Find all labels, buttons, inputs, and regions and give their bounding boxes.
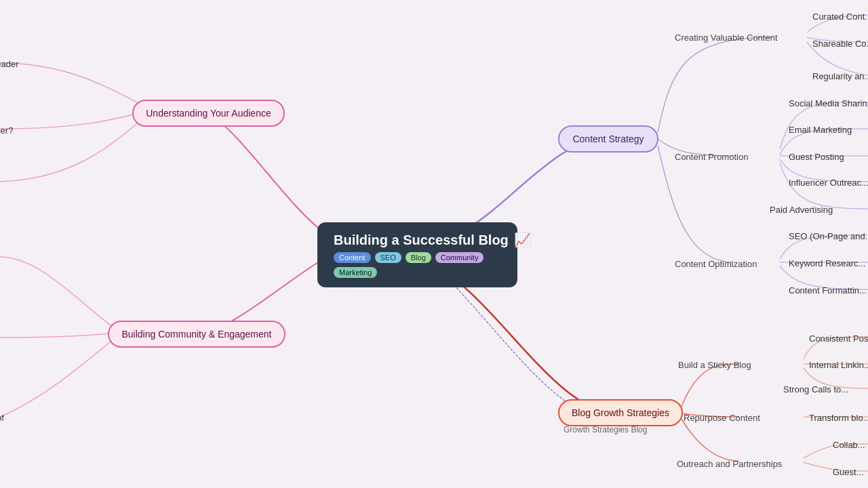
leaf-collab: Collab... bbox=[827, 437, 868, 453]
leaf-email: Email Marketing bbox=[783, 122, 857, 138]
optimization-text: Content Optimization bbox=[675, 259, 757, 269]
tag-seo: SEO bbox=[375, 252, 401, 263]
leaf-curated: Curated Cont... bbox=[807, 9, 868, 24]
sticky-text: Build a Sticky Blog bbox=[678, 360, 751, 370]
community-label: Building Community & Engagement bbox=[121, 329, 271, 340]
content-strategy-node[interactable]: Content Strategy bbox=[558, 125, 658, 152]
internal-linking-text: Internal Linkin... bbox=[809, 360, 868, 370]
ideal-reader-text: Identify Your Ideal Reader bbox=[0, 59, 19, 69]
promotion-text: Content Promotion bbox=[675, 152, 748, 162]
email-text: Email Marketing bbox=[789, 125, 852, 135]
shareable-text: Shareable Co... bbox=[812, 39, 868, 49]
central-icon: 📈 bbox=[514, 232, 531, 248]
leaf-paid-ads: Paid Advertising bbox=[764, 202, 838, 218]
leaf-influencer: Influencer Outreac... bbox=[783, 175, 868, 190]
leaf-guest: Guest... bbox=[827, 464, 868, 480]
central-title: Building a Successful Blog 📈 bbox=[334, 232, 531, 248]
leaf-seo: SEO (On-Page and... bbox=[783, 228, 868, 244]
regularity-text: Regularity an... bbox=[812, 71, 868, 81]
gather-text: Where Do They Gather? bbox=[0, 125, 13, 136]
leaf-transform: Transform blo... bbox=[804, 410, 868, 426]
strong-calls-text: Strong Calls to... bbox=[783, 384, 848, 394]
leaf-social-proof: Leverage Social Proof bbox=[0, 410, 9, 426]
community-node[interactable]: Building Community & Engagement bbox=[108, 321, 285, 348]
leaf-ideal-reader: Identify Your Ideal Reader bbox=[0, 56, 24, 72]
formatting-text: Content Formattin... bbox=[789, 285, 867, 296]
seo-text: SEO (On-Page and... bbox=[789, 231, 868, 241]
leaf-strong-calls: Strong Calls to... bbox=[778, 382, 854, 397]
leaf-keyword: Keyword Researc... bbox=[783, 256, 868, 271]
sub-sticky: Build a Sticky Blog bbox=[678, 357, 751, 373]
tag-blog: Blog bbox=[406, 252, 431, 263]
consistent-text: Consistent Pos... bbox=[809, 333, 868, 344]
audience-label: Understanding Your Audience bbox=[146, 108, 271, 119]
sub-promotion: Content Promotion bbox=[675, 149, 748, 165]
transform-text: Transform blo... bbox=[809, 413, 868, 423]
growth-blog-extra: Growth Strategies Blog bbox=[558, 422, 652, 437]
leaf-regularity: Regularity an... bbox=[807, 68, 868, 84]
repurpose-text: Repurpose Content bbox=[684, 413, 760, 423]
social-proof-text: Leverage Social Proof bbox=[0, 413, 4, 423]
guest-text: Guest... bbox=[833, 467, 864, 477]
paid-ads-text: Paid Advertising bbox=[770, 205, 833, 215]
sub-optimization: Content Optimization bbox=[675, 256, 757, 272]
central-tags: Content SEO Blog Community Marketing bbox=[334, 252, 501, 278]
collab-text: Collab... bbox=[833, 440, 865, 450]
leaf-consistent: Consistent Pos... bbox=[804, 331, 868, 346]
outreach-text: Outreach and Partnerships bbox=[677, 459, 782, 469]
sub-repurpose: Repurpose Content bbox=[684, 410, 760, 426]
leaf-gather: Where Do They Gather? bbox=[0, 123, 18, 138]
leaf-social-sharing: Social Media Sharin... bbox=[783, 96, 868, 111]
sub-outreach: Outreach and Partnerships bbox=[677, 456, 782, 472]
sub-creating: Creating Valuable Content bbox=[675, 30, 778, 45]
creating-text: Creating Valuable Content bbox=[675, 33, 778, 43]
tag-marketing: Marketing bbox=[334, 267, 377, 278]
audience-node[interactable]: Understanding Your Audience bbox=[132, 100, 285, 127]
leaf-guest-posting: Guest Posting bbox=[783, 149, 850, 165]
tag-community: Community bbox=[435, 252, 484, 263]
growth-blog-text: Growth Strategies Blog bbox=[564, 425, 647, 434]
tag-content: Content bbox=[334, 252, 371, 263]
keyword-text: Keyword Researc... bbox=[789, 258, 865, 268]
central-node: Building a Successful Blog 📈 Content SEO… bbox=[317, 222, 517, 287]
influencer-text: Influencer Outreac... bbox=[789, 178, 868, 188]
leaf-internal-linking: Internal Linkin... bbox=[804, 357, 868, 373]
content-strategy-label: Content Strategy bbox=[572, 134, 644, 144]
leaf-formatting: Content Formattin... bbox=[783, 283, 868, 298]
central-title-text: Building a Successful Blog bbox=[334, 232, 509, 248]
guest-posting-text: Guest Posting bbox=[789, 152, 844, 162]
blog-growth-label: Blog Growth Strategies bbox=[572, 407, 669, 418]
social-sharing-text: Social Media Sharin... bbox=[789, 98, 868, 108]
curated-text: Curated Cont... bbox=[812, 12, 868, 22]
leaf-shareable: Shareable Co... bbox=[807, 36, 868, 52]
